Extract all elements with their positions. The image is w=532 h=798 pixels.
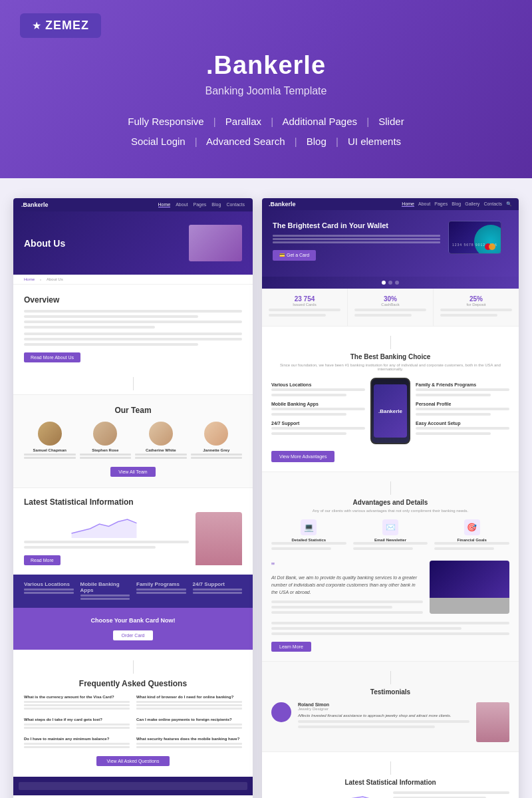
feature-search: Advanced Search [206,136,285,147]
logo-star-icon: ★ [32,19,41,32]
view-all-faq-button[interactable]: View All Asked Questions [96,756,170,766]
get-card-button[interactable]: 💳 Get a Card [273,250,316,261]
feat-loc-1 [271,388,365,391]
feature-responsive: Fully Responsive [128,116,203,127]
faq-section: Frequently Asked Questions What is the c… [13,650,253,777]
team-grid: Samuel Chapman Stephen Rose Catherine Wh… [24,422,242,460]
left-nav-blog[interactable]: Blog [211,202,221,207]
choose-title: Choose Your Bank Card Now! [24,617,242,624]
hero-card-visual: 1234 5678 9012 3456 [448,221,508,266]
faq-a5-2 [24,746,130,748]
faq-a2-2 [136,704,242,706]
latest-stats-title: Latest Statistical Information [271,779,509,786]
hero-desc-2 [273,238,440,240]
faq-a2-3 [136,708,242,710]
read-more-button[interactable]: Read More About Us [24,352,80,362]
right-nav-contacts[interactable]: Contacts [483,201,502,207]
right-nav-search-icon[interactable]: 🔍 [506,201,512,207]
adv-financial: 🎯 Financial Goals [434,519,509,553]
feature-locations: Various Locations [24,581,74,601]
faq-item-3: What steps do I take if my card gets los… [24,718,130,730]
right-mini-nav: .Bankerle Home About Pages Blog Gallery … [262,198,519,210]
team-member-4: Jannette Grey [191,422,243,460]
feature-sup-line2 [193,592,243,594]
left-nav-home[interactable]: Home [158,202,171,207]
dot-1[interactable] [382,281,386,285]
features-row: Various Locations Mobile Banking Apps Fa… [13,575,253,608]
testimonials-section: Testimonials Roland Simon Jewelry Design… [262,661,519,751]
faq-q2: What kind of browser do I need for onlin… [136,695,242,699]
overview-text-4 [24,326,155,329]
stats-read-more[interactable]: Read More [24,555,61,565]
faq-a6-2 [136,746,242,748]
faq-divider [133,660,134,674]
sep4: | [195,136,198,147]
right-nav-about[interactable]: About [418,201,430,207]
stat-dep-line-1 [440,309,512,311]
feature-loc-line2 [24,592,74,594]
faq-q1: What is the currency amount for the Visa… [24,695,130,699]
laptop-base [430,598,509,614]
right-nav-blog[interactable]: Blog [452,201,461,207]
left-nav-about[interactable]: About [176,202,188,207]
about-hero-section: About Us [13,211,253,275]
overview-title: Overview [24,295,242,305]
feature-ui: UI elements [348,136,401,147]
stat-deposit-number: 25% [440,295,512,303]
feature-parallax: Parallax [225,116,261,127]
faq-a2-1 [136,701,242,703]
faq-a3-2 [24,727,130,729]
ls-chart [271,791,388,798]
chart-label-1 [24,541,189,543]
left-mini-nav: .Bankerle Home About Pages Blog Contacts [13,198,253,211]
right-nav-pages[interactable]: Pages [434,201,448,207]
faq-a1-3 [24,708,130,710]
stat-deposit: 25% for Deposit [434,289,519,326]
stat-cashback-label: CashBack [354,303,426,307]
faq-a1-2 [24,704,130,706]
left-nav-contacts[interactable]: Contacts [226,202,245,207]
view-advantages-button[interactable]: View More Advantages [271,451,334,462]
stat-cashback-desc [354,309,426,317]
banking-grid: Various Locations Mobile Banking Apps 24… [271,378,509,444]
chart-label-2 [24,546,156,549]
test-line-2 [298,726,435,728]
learn-more-button[interactable]: Learn More [271,642,311,652]
latest-stats-section: Latest Statistical Information [262,751,519,798]
phone-logo: .Bankerle [378,408,402,414]
stat-cb-line-2 [354,314,412,317]
banking-features-right: Family & Friends Programs Personal Profi… [416,382,509,440]
stat-cashback-number: 30% [354,295,426,303]
left-nav-pages[interactable]: Pages [194,202,207,207]
hero-section: ★ ZEMEZ .Bankerle Banking Joomla Templat… [0,0,532,178]
feat-acc-1 [416,427,509,430]
faq-q6: What security features does the mobile b… [136,737,242,741]
feature-social: Social Login [131,136,186,147]
dot-2[interactable] [388,281,392,285]
product-subtitle: Banking Joomla Template [0,85,532,97]
adv-email: ✉️ Email Newsletter [353,519,428,553]
test-line-1 [298,720,469,723]
stat-cashback: 30% CashBack [348,289,434,326]
adv-icons-row: 💻 Detailed Statistics ✉️ Email Newslette… [271,519,509,553]
banking-feature-account: Easy Account Setup [416,421,509,435]
test-divider-line [390,671,391,684]
stat-line-2 [269,314,326,317]
statistical-section: Latest Statistical Information Read More [13,487,253,575]
quote-mark: " [271,561,423,571]
dot-3[interactable] [395,281,399,285]
right-nav-home[interactable]: Home [402,201,414,207]
brand-logo: ★ ZEMEZ [20,13,101,38]
overview-section: Overview Read More About Us [13,285,253,373]
feature-fam-line1 [136,589,186,591]
view-team-button[interactable]: View All Team [110,467,155,477]
member-desc-4a [191,454,243,456]
testimonial-person-image [476,702,509,742]
order-button[interactable]: Order Card [113,630,152,640]
stat-issued-number: 23 754 [269,295,340,303]
feature-support-title: 24/7 Support [193,581,243,587]
footer-placeholder [13,777,253,795]
right-nav-gallery[interactable]: Gallery [465,201,479,207]
overview-text-7 [24,343,198,346]
member-name-3: Catherine White [135,448,187,452]
